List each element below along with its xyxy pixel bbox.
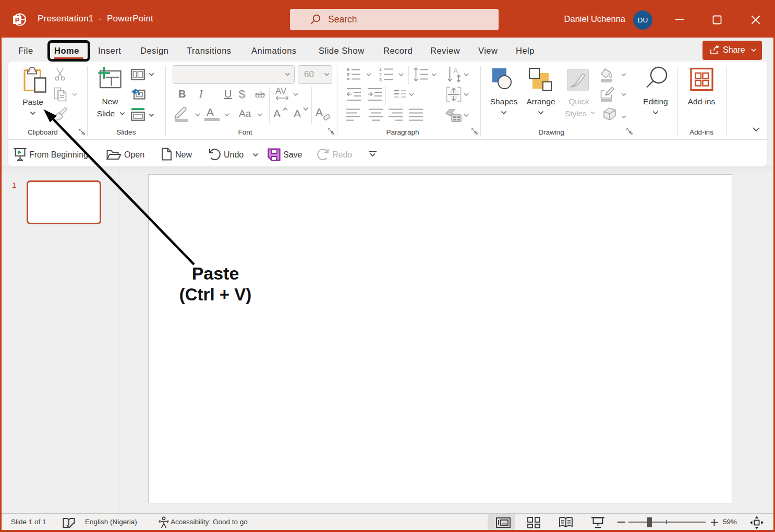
svg-text:A: A [453, 66, 458, 75]
svg-text:2: 2 [379, 72, 382, 77]
svg-text:3: 3 [379, 77, 382, 82]
svg-text:1: 1 [379, 67, 382, 72]
svg-text:P: P [15, 16, 20, 24]
